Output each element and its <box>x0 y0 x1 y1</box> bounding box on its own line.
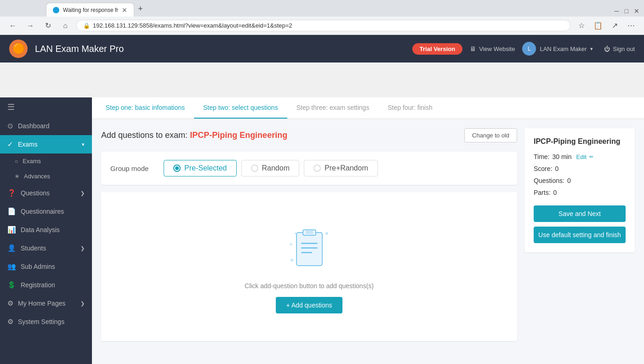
sidebar-item-label: Advances <box>24 173 50 180</box>
pre-selected-label: Pre-Selected <box>184 164 227 172</box>
sidebar-item-registration[interactable]: 💲 Registration <box>0 276 92 294</box>
reload-button[interactable]: ↻ <box>41 19 54 32</box>
sidebar-item-label: Exams <box>23 158 41 165</box>
sub-admins-icon: 👥 <box>7 262 16 271</box>
questions-icon: ❓ <box>7 189 16 197</box>
data-analysis-icon: 📊 <box>7 226 16 234</box>
tab-step3[interactable]: Step three: exam settings <box>287 97 379 119</box>
sidebar-item-questions[interactable]: ❓ Questions ❯ <box>0 184 92 202</box>
svg-point-1 <box>325 232 328 235</box>
svg-text:+: + <box>289 240 293 248</box>
random-label: Random <box>262 164 290 172</box>
sidebar-item-exams[interactable]: ✓ Exams ▾ <box>0 135 92 154</box>
more-options-icon[interactable]: ⋯ <box>625 19 638 32</box>
home-button[interactable]: ⌂ <box>59 19 72 32</box>
sidebar-item-my-home-pages[interactable]: ⚙ My Home Pages ❯ <box>0 294 92 313</box>
add-questions-button[interactable]: + Add questions <box>276 297 342 313</box>
score-label: Score: <box>534 165 552 172</box>
page-title: Add questions to exam: IPCP-Piping Engin… <box>101 131 287 140</box>
sidebar-item-label: Students <box>21 245 46 252</box>
view-website-button[interactable]: 🖥 View Website <box>470 45 515 52</box>
step4-label: Step four: finish <box>388 104 432 111</box>
sidebar-item-label: Registration <box>21 281 55 289</box>
svg-rect-7 <box>301 243 318 244</box>
user-name: LAN Exam Maker <box>540 46 587 52</box>
monitor-icon: 🖥 <box>470 45 476 52</box>
window-maximize-icon[interactable]: □ <box>625 7 628 15</box>
browser-tab[interactable]: Waiting for response fr ✕ <box>46 3 134 17</box>
right-panel: IPCP-Piping Engineering Time: 30 min Edi… <box>524 128 635 355</box>
window-close-icon[interactable]: ✕ <box>634 7 639 15</box>
edit-pencil-icon: ✏ <box>589 154 593 160</box>
new-tab-icon: + <box>138 4 143 14</box>
share-icon[interactable]: ↗ <box>608 19 621 32</box>
time-value: 30 min <box>552 153 571 160</box>
radio-pre-random[interactable]: Pre+Random <box>304 160 378 176</box>
window-minimize-icon[interactable]: ─ <box>615 7 619 15</box>
questions-value: 0 <box>567 177 571 184</box>
reading-list-icon[interactable]: 📋 <box>592 19 604 32</box>
svg-point-0 <box>291 259 293 262</box>
radio-dot-pre-random <box>313 165 321 172</box>
new-tab-button[interactable]: + <box>134 4 147 17</box>
questions-chevron-icon: ❯ <box>80 190 85 196</box>
default-setting-finish-button[interactable]: Use default setting and finish <box>534 227 626 243</box>
exam-name: IPCP-Piping Engineering <box>190 131 287 140</box>
tab-close-icon[interactable]: ✕ <box>122 6 127 14</box>
change-old-button[interactable]: Change to old <box>464 128 517 142</box>
radio-dot-random <box>251 165 258 172</box>
sidebar-item-label: Data Analysis <box>21 226 60 233</box>
url-text: 192.168.131.129:5858/exams.html?view=exa… <box>93 22 292 29</box>
forward-button[interactable]: → <box>24 19 37 32</box>
score-value: 0 <box>555 165 559 172</box>
radio-dot-pre-selected <box>173 165 181 172</box>
sidebar-item-label: Questions <box>21 189 50 197</box>
empty-state: + Click add-question button to add quest <box>101 192 517 341</box>
sidebar-item-data-analysis[interactable]: 📊 Data Analysis <box>0 221 92 239</box>
sidebar-item-label: Sub Admins <box>21 263 55 270</box>
sidebar-item-label: Exams <box>18 141 38 148</box>
radio-pre-selected[interactable]: Pre-Selected <box>164 160 237 176</box>
view-website-label: View Website <box>479 46 515 52</box>
parts-row: Parts: 0 <box>534 189 626 196</box>
step3-label: Step three: exam settings <box>296 104 370 111</box>
edit-link[interactable]: Edit <box>576 154 587 160</box>
svg-rect-8 <box>301 247 318 249</box>
dashboard-icon: ⊙ <box>7 122 13 130</box>
exams-chevron-icon: ▾ <box>82 142 85 148</box>
sidebar-item-sub-admins[interactable]: 👥 Sub Admins <box>0 257 92 276</box>
radio-random[interactable]: Random <box>241 160 299 176</box>
sign-out-button[interactable]: ⏻ Sign out <box>604 46 635 52</box>
sign-out-label: Sign out <box>613 46 635 52</box>
sidebar-item-label: Questionnaires <box>21 208 64 215</box>
students-chevron-icon: ❯ <box>80 245 85 251</box>
sidebar-item-system-settings[interactable]: ⚙ System Settings <box>0 313 92 331</box>
sidebar-item-students[interactable]: 👤 Students ❯ <box>0 239 92 257</box>
back-button[interactable]: ← <box>6 19 19 32</box>
exams-check-icon: ✓ <box>7 140 13 148</box>
right-panel-title: IPCP-Piping Engineering <box>534 137 626 146</box>
sidebar-item-questionnaires[interactable]: 📄 Questionnaires <box>0 202 92 221</box>
pre-random-label: Pre+Random <box>325 164 368 172</box>
tab-step4[interactable]: Step four: finish <box>378 97 441 119</box>
save-and-next-button[interactable]: Save and Next <box>534 205 626 222</box>
sidebar-item-advances[interactable]: ✳ Advances <box>0 169 92 184</box>
sidebar-toggle[interactable]: ☰ <box>0 97 92 117</box>
bookmarks-icon[interactable]: ☆ <box>575 19 588 32</box>
time-label: Time: <box>534 153 549 160</box>
user-menu[interactable]: L LAN Exam Maker ▾ <box>522 42 593 56</box>
sidebar-item-label: System Settings <box>18 318 64 325</box>
radio-group: Pre-Selected Random Pre+Random <box>164 160 378 176</box>
sidebar-item-dashboard[interactable]: ⊙ Dashboard <box>0 117 92 135</box>
address-bar[interactable]: 🔒 192.168.131.129:5858/exams.html?view=e… <box>76 20 570 31</box>
advances-icon: ✳ <box>15 173 19 180</box>
tab-step1[interactable]: Step one: basic infomations <box>97 97 194 119</box>
tab-step2[interactable]: Step two: select questions <box>194 97 287 119</box>
questions-row: Questions: 0 <box>534 177 626 184</box>
avatar: L <box>522 42 536 56</box>
parts-value: 0 <box>553 189 557 196</box>
trial-badge: Trial Version <box>412 43 462 55</box>
sidebar-item-exams-sub[interactable]: ○ Exams <box>0 154 92 169</box>
svg-rect-9 <box>301 252 312 253</box>
time-row: Time: 30 min Edit ✏ <box>534 153 626 160</box>
